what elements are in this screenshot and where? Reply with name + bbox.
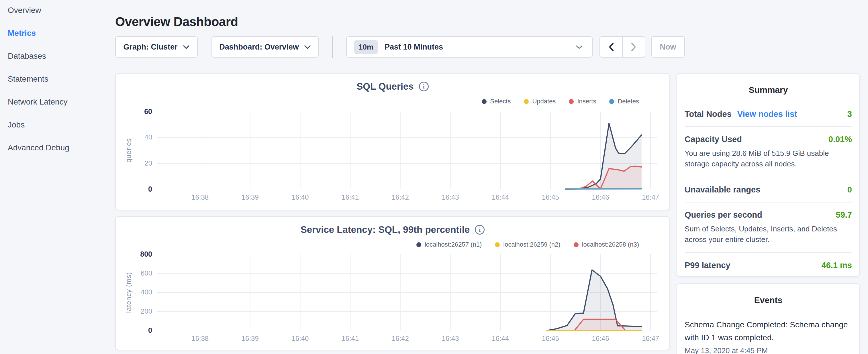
sidebar-item-statements[interactable]: Statements: [8, 74, 49, 84]
chart-legend: localhost:26257 (n1)localhost:26259 (n2)…: [416, 241, 639, 248]
legend-item[interactable]: localhost:26258 (n3): [574, 241, 639, 248]
y-tick-label: 200: [121, 307, 152, 315]
legend-item[interactable]: Updates: [524, 98, 556, 105]
chevron-right-icon: [631, 42, 637, 52]
time-forward-button[interactable]: [623, 37, 645, 57]
event-item[interactable]: Schema Change Completed: Schema change w…: [685, 318, 852, 344]
chart-legend: SelectsUpdatesInsertsDeletes: [482, 98, 639, 105]
toolbar-divider: [332, 36, 333, 58]
legend-dot-icon: [569, 99, 574, 104]
x-tick-label: 16:40: [286, 334, 314, 343]
service-latency-chart-card: Service Latency: SQL, 99th percentile i …: [115, 216, 670, 350]
chart-plot-area[interactable]: 16:3816:3916:4016:4116:4216:4316:4416:45…: [157, 112, 657, 189]
legend-label: localhost:26258 (n3): [582, 241, 639, 248]
time-back-button[interactable]: [600, 37, 622, 57]
view-nodes-list-link[interactable]: View nodes list: [737, 109, 797, 119]
y-tick-label: 60: [121, 107, 152, 116]
x-tick-label: 16:46: [586, 334, 615, 343]
legend-label: localhost:26257 (n1): [425, 241, 482, 248]
y-tick-label: 40: [121, 133, 152, 141]
summary-panel: Summary Total Nodes View nodes list 3 Ca…: [677, 73, 860, 277]
sql-queries-chart-card: SQL Queries i SelectsUpdatesInsertsDelet…: [115, 73, 670, 210]
chart-title-row: SQL Queries i: [116, 81, 670, 92]
chevron-down-icon: [304, 45, 311, 49]
sidebar-item-overview[interactable]: Overview: [8, 6, 41, 15]
summary-row-value: 0: [847, 185, 852, 194]
x-tick-label: 16:41: [336, 334, 365, 343]
x-tick-label: 16:46: [586, 193, 615, 201]
graph-scope-dropdown[interactable]: Graph: Cluster: [115, 36, 198, 58]
sidebar-item-metrics[interactable]: Metrics: [8, 29, 36, 38]
sidebar-item-databases[interactable]: Databases: [8, 52, 46, 61]
legend-label: Selects: [490, 98, 510, 105]
page-title: Overview Dashboard: [115, 14, 238, 29]
chevron-down-icon: [576, 45, 583, 49]
dashboard-dropdown-label: Dashboard: Overview: [219, 43, 299, 52]
summary-row-label: Unavailable ranges: [685, 185, 760, 194]
y-tick-label: 0: [121, 185, 152, 193]
legend-dot-icon: [416, 242, 421, 247]
y-tick-label: 400: [121, 288, 152, 296]
legend-label: Deletes: [618, 98, 639, 105]
summary-row-label: Capacity Used: [685, 135, 742, 144]
graph-scope-dropdown-label: Graph: Cluster: [123, 43, 177, 52]
now-button-label: Now: [660, 43, 676, 52]
sidebar-item-jobs[interactable]: Jobs: [8, 120, 25, 129]
summary-row-capacity-used: Capacity Used 0.01% You are using 28.6 M…: [685, 127, 852, 177]
events-title: Events: [685, 295, 852, 305]
events-panel: Events Schema Change Completed: Schema c…: [677, 283, 860, 354]
sidebar-item-network-latency[interactable]: Network Latency: [8, 97, 68, 106]
legend-item[interactable]: localhost:26259 (n2): [495, 241, 560, 248]
legend-item[interactable]: Inserts: [569, 98, 596, 105]
y-tick-label: 800: [121, 250, 152, 258]
x-tick-label: 16:39: [236, 334, 265, 343]
summary-row-description: You are using 28.6 MiB of 515.9 GiB usab…: [685, 148, 852, 169]
legend-item[interactable]: localhost:26257 (n1): [416, 241, 482, 248]
x-tick-label: 16:42: [386, 334, 415, 343]
summary-row-value: 46.1 ms: [822, 261, 852, 270]
summary-row-value: 59.7: [836, 210, 852, 220]
sidebar-item-advanced-debug[interactable]: Advanced Debug: [8, 143, 69, 152]
legend-dot-icon: [495, 242, 500, 247]
time-range-dropdown[interactable]: 10m Past 10 Minutes: [346, 36, 593, 58]
x-tick-label: 16:39: [236, 193, 265, 201]
event-timestamp: May 13, 2020 at 4:45 PM: [685, 346, 852, 354]
x-tick-label: 16:41: [336, 193, 365, 201]
time-nav-group: [599, 36, 645, 58]
x-tick-label: 16:42: [386, 193, 415, 201]
info-icon[interactable]: i: [475, 225, 485, 234]
chart-title-row: Service Latency: SQL, 99th percentile i: [116, 224, 670, 235]
info-icon[interactable]: i: [419, 82, 429, 91]
x-tick-label: 16:38: [186, 334, 214, 343]
summary-row-total-nodes: Total Nodes View nodes list 3: [685, 102, 852, 127]
legend-dot-icon: [482, 99, 487, 104]
now-button[interactable]: Now: [651, 36, 685, 58]
chart-title: SQL Queries: [356, 81, 413, 92]
summary-row-label: P99 latency: [685, 261, 731, 270]
legend-dot-icon: [574, 242, 579, 247]
legend-dot-icon: [609, 99, 614, 104]
time-range-label: Past 10 Minutes: [384, 43, 443, 52]
legend-dot-icon: [524, 99, 529, 104]
legend-label: Inserts: [577, 98, 596, 105]
chart-plot-area[interactable]: 16:3816:3916:4016:4116:4216:4316:4416:45…: [157, 254, 657, 330]
x-tick-label: 16:38: [186, 193, 214, 201]
legend-item[interactable]: Deletes: [609, 98, 639, 105]
legend-item[interactable]: Selects: [482, 98, 510, 105]
x-tick-label: 16:43: [436, 334, 465, 343]
chart-title: Service Latency: SQL, 99th percentile: [301, 224, 470, 235]
summary-row-queries-per-second: Queries per second 59.7 Sum of Selects, …: [685, 202, 852, 253]
y-tick-label: 20: [121, 159, 152, 167]
chevron-left-icon: [608, 42, 614, 52]
x-tick-label: 16:44: [486, 193, 515, 201]
time-range-badge: 10m: [354, 40, 378, 54]
legend-label: Updates: [532, 98, 556, 105]
summary-row-p99-latency: P99 latency 46.1 ms: [685, 253, 852, 277]
app-root: Overview Metrics Databases Statements Ne…: [0, 0, 868, 354]
x-tick-label: 16:43: [436, 193, 465, 201]
summary-row-value: 3: [847, 109, 852, 119]
y-tick-label: 0: [121, 326, 152, 334]
summary-row-label: Queries per second: [685, 210, 762, 220]
x-tick-label: 16:40: [286, 193, 314, 201]
dashboard-dropdown[interactable]: Dashboard: Overview: [212, 36, 319, 58]
